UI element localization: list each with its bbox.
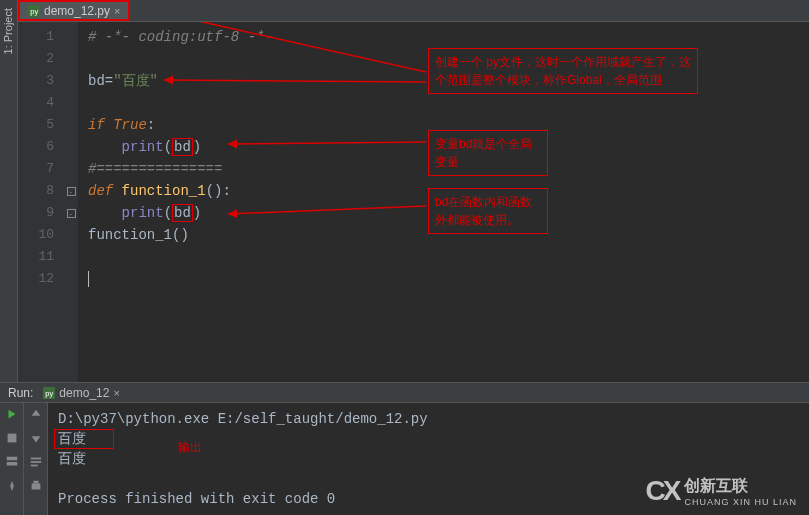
editor-tab-label: demo_12.py xyxy=(44,4,110,18)
code-assign: bd= xyxy=(88,73,113,89)
text-caret xyxy=(88,271,89,287)
svg-rect-13 xyxy=(30,465,37,467)
run-header: Run: py demo_12 × xyxy=(0,383,809,403)
watermark-logo-icon: CX xyxy=(646,475,679,507)
stop-icon[interactable] xyxy=(5,431,19,445)
svg-rect-15 xyxy=(33,481,38,484)
run-tab[interactable]: py demo_12 × xyxy=(43,386,119,400)
annotation-output-box xyxy=(54,429,114,449)
highlight-bd-1: bd xyxy=(172,138,193,156)
run-toolbar-left xyxy=(0,403,24,515)
python-file-icon: py xyxy=(43,387,55,399)
svg-rect-10 xyxy=(6,462,17,466)
close-icon[interactable]: × xyxy=(114,5,120,17)
svg-rect-12 xyxy=(30,461,41,463)
fold-end-icon: - xyxy=(67,209,76,218)
up-icon[interactable] xyxy=(29,407,43,421)
console-output-line: 百度 xyxy=(58,449,799,469)
run-label: Run: xyxy=(8,386,33,400)
run-toolbar-left-2 xyxy=(24,403,48,515)
python-file-icon: py xyxy=(28,5,40,17)
annotation-box-2: 变量bd就是个全局变量 xyxy=(428,130,548,176)
svg-rect-9 xyxy=(6,457,17,461)
svg-text:py: py xyxy=(30,7,38,16)
pin-icon[interactable] xyxy=(5,479,19,493)
editor-area: 12 34 56 78 910 1112 - - # -*- coding:ut… xyxy=(18,22,809,382)
print-icon[interactable] xyxy=(29,479,43,493)
svg-rect-8 xyxy=(7,434,16,443)
svg-text:py: py xyxy=(46,389,54,398)
fold-toggle-icon[interactable]: - xyxy=(67,187,76,196)
console-output-line: 百度 xyxy=(58,429,799,449)
layout-icon[interactable] xyxy=(5,455,19,469)
annotation-output-label: 输出 xyxy=(178,437,202,457)
annotation-box-3: bd在函数内和函数外都能被使用。 xyxy=(428,188,548,234)
code-comment: # -*- coding:utf-8 -*- xyxy=(88,29,273,45)
code-string: "百度" xyxy=(113,73,158,89)
highlight-bd-2: bd xyxy=(172,204,193,222)
console-cmd-line: D:\py37\python.exe E:/self_taught/demo_1… xyxy=(58,409,799,429)
rerun-icon[interactable] xyxy=(5,407,19,421)
down-icon[interactable] xyxy=(29,431,43,445)
fold-gutter: - - xyxy=(64,22,78,382)
editor-tab-demo12[interactable]: py demo_12.py × xyxy=(18,0,130,21)
watermark: CX 创新互联 CHUANG XIN HU LIAN xyxy=(646,475,797,507)
editor-tab-bar: py demo_12.py × xyxy=(18,0,809,22)
code-area[interactable]: # -*- coding:utf-8 -*- bd="百度" if True: … xyxy=(78,22,809,382)
close-icon[interactable]: × xyxy=(113,387,119,399)
wrap-icon[interactable] xyxy=(29,455,43,469)
project-sidebar-label: 1: Project xyxy=(2,8,14,54)
svg-rect-11 xyxy=(30,458,41,460)
svg-rect-14 xyxy=(31,483,40,489)
annotation-box-1: 创建一个 py文件，这时一个作用域就产生了，这个范围是整个模块，称作Global… xyxy=(428,48,698,94)
line-number-gutter: 12 34 56 78 910 1112 xyxy=(18,22,64,382)
